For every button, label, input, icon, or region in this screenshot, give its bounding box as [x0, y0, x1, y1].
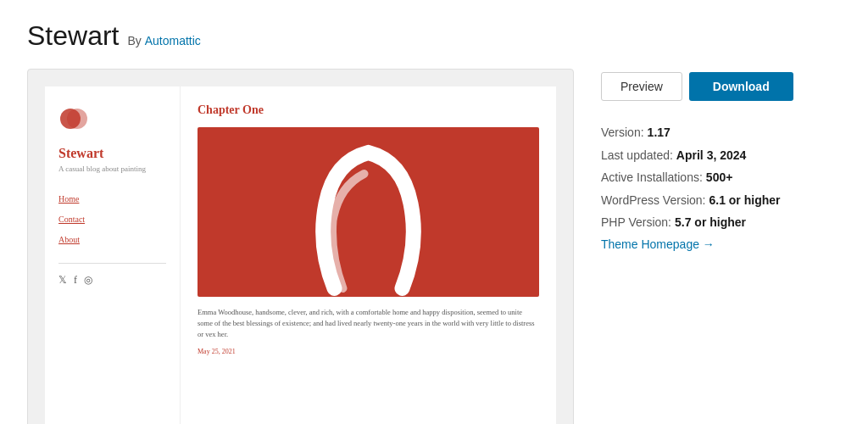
meta-installations-row: Active Installations: 500+	[601, 166, 841, 189]
facebook-icon: f	[74, 274, 77, 287]
page-title: Stewart	[27, 20, 119, 52]
preview-nav: Home Contact About	[58, 190, 166, 246]
preview-content-area: Chapter One Emma Woodhouse, handsome, cl…	[181, 86, 556, 424]
author-byline: By Automattic	[127, 34, 200, 47]
preview-site-title: Stewart	[58, 146, 166, 161]
meta-php-version-row: PHP Version: 5.7 or higher	[601, 211, 841, 234]
action-buttons: Preview Download	[601, 72, 841, 101]
php-version-value: 5.7 or higher	[675, 211, 746, 234]
nav-item-home: Home	[58, 190, 166, 205]
updated-value: April 3, 2024	[676, 144, 747, 167]
arch-illustration	[198, 127, 539, 297]
preview-site-desc: A casual blog about painting	[58, 165, 166, 173]
nav-divider	[58, 263, 166, 264]
instagram-icon: ◎	[84, 274, 92, 287]
preview-button[interactable]: Preview	[601, 72, 682, 101]
wp-version-label: WordPress Version:	[601, 189, 705, 212]
preview-post-title: Chapter One	[198, 103, 539, 117]
theme-homepage-link[interactable]: Theme Homepage →	[601, 237, 715, 251]
installations-value: 500+	[706, 166, 733, 189]
twitter-icon: 𝕏	[58, 274, 67, 287]
meta-updated-row: Last updated: April 3, 2024	[601, 144, 841, 167]
version-value: 1.17	[648, 121, 670, 144]
nav-item-contact: Contact	[58, 210, 166, 226]
svg-point-1	[67, 109, 87, 129]
wp-version-value: 6.1 or higher	[709, 189, 780, 212]
meta-wp-version-row: WordPress Version: 6.1 or higher	[601, 189, 841, 212]
theme-meta: Version: 1.17 Last updated: April 3, 202…	[601, 121, 841, 234]
updated-label: Last updated:	[601, 144, 673, 167]
preview-featured-image	[198, 127, 539, 297]
php-version-label: PHP Version:	[601, 211, 671, 234]
download-button[interactable]: Download	[689, 72, 793, 101]
theme-preview-inner: Stewart A casual blog about painting Hom…	[45, 86, 556, 424]
preview-date: May 25, 2021	[198, 348, 539, 355]
nav-item-about: About	[58, 231, 166, 246]
author-link[interactable]: Automattic	[145, 34, 201, 47]
preview-sidebar: Stewart A casual blog about painting Hom…	[45, 86, 181, 424]
preview-logo-icon	[58, 103, 89, 134]
theme-header: Stewart By Automattic	[27, 20, 841, 52]
preview-excerpt: Emma Woodhouse, handsome, clever, and ri…	[198, 307, 539, 339]
theme-preview-pane: Stewart A casual blog about painting Hom…	[27, 69, 574, 424]
meta-version-row: Version: 1.17	[601, 121, 841, 144]
theme-info-panel: Preview Download Version: 1.17 Last upda…	[601, 69, 841, 424]
main-content: Stewart A casual blog about painting Hom…	[27, 69, 841, 424]
version-label: Version:	[601, 121, 644, 144]
by-text: By	[127, 34, 141, 47]
preview-social-icons: 𝕏 f ◎	[58, 274, 166, 287]
installations-label: Active Installations:	[601, 166, 703, 189]
